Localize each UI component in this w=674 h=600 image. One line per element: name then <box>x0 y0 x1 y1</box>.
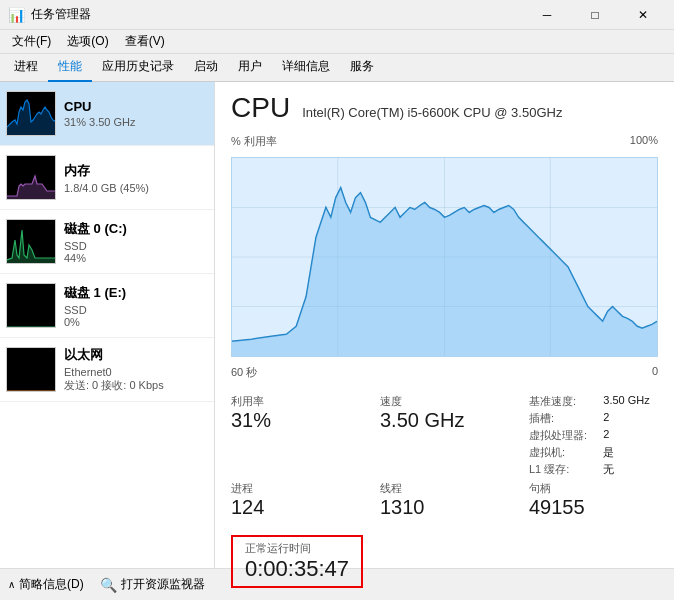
tab-details[interactable]: 详细信息 <box>272 54 340 82</box>
sidebar-item-memory[interactable]: 内存 1.8/4.0 GB (45%) <box>0 146 214 210</box>
tab-users[interactable]: 用户 <box>228 54 272 82</box>
threads-value: 1310 <box>380 496 509 519</box>
minimize-button[interactable]: ─ <box>524 0 570 30</box>
disk0-thumbnail <box>6 219 56 264</box>
uptime-box: 正常运行时间 0:00:35:47 <box>231 535 363 588</box>
close-button[interactable]: ✕ <box>620 0 666 30</box>
tab-startup[interactable]: 启动 <box>184 54 228 82</box>
right-info-grid: 基准速度: 3.50 GHz 插槽: 2 虚拟处理器: 2 虚拟机: 是 L1 … <box>529 394 658 477</box>
vproc-value: 2 <box>603 428 658 443</box>
base-speed-value: 3.50 GHz <box>603 394 658 409</box>
vm-value: 是 <box>603 445 658 460</box>
sockets-value: 2 <box>603 411 658 426</box>
chart-time-labels: 60 秒 0 <box>231 365 658 380</box>
sockets-label: 插槽: <box>529 411 595 426</box>
right-stats-col: 基准速度: 3.50 GHz 插槽: 2 虚拟处理器: 2 虚拟机: 是 L1 … <box>529 394 658 477</box>
menu-options[interactable]: 选项(O) <box>59 30 116 54</box>
panel-subtitle: Intel(R) Core(TM) i5-6600K CPU @ 3.50GHz <box>302 105 562 120</box>
cpu-thumbnail <box>6 91 56 136</box>
sidebar-item-network[interactable]: 以太网 Ethernet0 发送: 0 接收: 0 Kbps <box>0 338 214 402</box>
l1-label: L1 缓存: <box>529 462 595 477</box>
svg-rect-7 <box>7 348 56 392</box>
title-bar-left: 📊 任务管理器 <box>8 6 91 23</box>
cpu-chart <box>231 157 658 357</box>
panel-header: CPU Intel(R) Core(TM) i5-6600K CPU @ 3.5… <box>231 92 658 124</box>
network-sub1: Ethernet0 <box>64 366 208 378</box>
chevron-icon: ∧ <box>8 579 15 590</box>
speed-stat: 速度 3.50 GHz <box>380 394 509 477</box>
cpu-name: CPU <box>64 99 208 114</box>
processes-stat: 进程 124 <box>231 481 360 519</box>
menu-file[interactable]: 文件(F) <box>4 30 59 54</box>
handles-stat: 句柄 49155 <box>529 481 658 519</box>
sidebar-item-disk0[interactable]: 磁盘 0 (C:) SSD 44% <box>0 210 214 274</box>
app-icon: 📊 <box>8 7 25 23</box>
time-label-right: 0 <box>652 365 658 380</box>
network-name: 以太网 <box>64 346 208 364</box>
uptime-section: 正常运行时间 0:00:35:47 <box>231 531 658 588</box>
summary-label: 简略信息(D) <box>19 576 84 593</box>
utilization-label: 利用率 <box>231 394 360 409</box>
disk1-info: 磁盘 1 (E:) SSD 0% <box>64 284 208 328</box>
processes-label: 进程 <box>231 481 360 496</box>
monitor-label: 打开资源监视器 <box>121 576 205 593</box>
title-bar: 📊 任务管理器 ─ □ ✕ <box>0 0 674 30</box>
disk1-name: 磁盘 1 (E:) <box>64 284 208 302</box>
handles-label: 句柄 <box>529 481 658 496</box>
memory-name: 内存 <box>64 162 208 180</box>
panel-title: CPU <box>231 92 290 124</box>
vm-label: 虚拟机: <box>529 445 595 460</box>
uptime-label: 正常运行时间 <box>245 541 349 556</box>
processes-value: 124 <box>231 496 360 519</box>
tab-bar: 进程 性能 应用历史记录 启动 用户 详细信息 服务 <box>0 54 674 82</box>
menu-view[interactable]: 查看(V) <box>117 30 173 54</box>
network-sub2: 发送: 0 接收: 0 Kbps <box>64 378 208 393</box>
title-controls: ─ □ ✕ <box>524 0 666 30</box>
network-thumbnail <box>6 347 56 392</box>
summary-toggle[interactable]: ∧ 简略信息(D) <box>8 576 84 593</box>
memory-thumbnail <box>6 155 56 200</box>
main-content: CPU 31% 3.50 GHz 内存 1.8/4.0 GB (45%) <box>0 82 674 568</box>
tab-processes[interactable]: 进程 <box>4 54 48 82</box>
menu-bar: 文件(F) 选项(O) 查看(V) <box>0 30 674 54</box>
chart-label-right: 100% <box>630 134 658 149</box>
memory-info: 内存 1.8/4.0 GB (45%) <box>64 162 208 194</box>
cpu-sub: 31% 3.50 GHz <box>64 116 208 128</box>
time-label-left: 60 秒 <box>231 365 257 380</box>
tab-services[interactable]: 服务 <box>340 54 384 82</box>
disk0-sub1: SSD <box>64 240 208 252</box>
svg-rect-6 <box>7 284 56 328</box>
tab-app-history[interactable]: 应用历史记录 <box>92 54 184 82</box>
sidebar-item-cpu[interactable]: CPU 31% 3.50 GHz <box>0 82 214 146</box>
network-info: 以太网 Ethernet0 发送: 0 接收: 0 Kbps <box>64 346 208 393</box>
memory-sub: 1.8/4.0 GB (45%) <box>64 182 208 194</box>
speed-value: 3.50 GHz <box>380 409 509 432</box>
vproc-label: 虚拟处理器: <box>529 428 595 443</box>
maximize-button[interactable]: □ <box>572 0 618 30</box>
speed-label: 速度 <box>380 394 509 409</box>
handles-value: 49155 <box>529 496 658 519</box>
monitor-icon: 🔍 <box>100 577 117 593</box>
open-monitor-button[interactable]: 🔍 打开资源监视器 <box>100 576 205 593</box>
chart-labels: % 利用率 100% <box>231 134 658 149</box>
stats-left: 利用率 31% 速度 3.50 GHz 基准速度: 3.50 GHz 插槽: 2… <box>231 394 658 519</box>
threads-stat: 线程 1310 <box>380 481 509 519</box>
disk1-sub1: SSD <box>64 304 208 316</box>
disk0-sub2: 44% <box>64 252 208 264</box>
base-speed-label: 基准速度: <box>529 394 595 409</box>
disk0-name: 磁盘 0 (C:) <box>64 220 208 238</box>
utilization-value: 31% <box>231 409 360 432</box>
disk1-thumbnail <box>6 283 56 328</box>
chart-label-left: % 利用率 <box>231 134 277 149</box>
uptime-value: 0:00:35:47 <box>245 556 349 582</box>
app-title: 任务管理器 <box>31 6 91 23</box>
disk1-sub2: 0% <box>64 316 208 328</box>
utilization-stat: 利用率 31% <box>231 394 360 477</box>
tab-performance[interactable]: 性能 <box>48 54 92 82</box>
right-panel: CPU Intel(R) Core(TM) i5-6600K CPU @ 3.5… <box>215 82 674 568</box>
sidebar-item-disk1[interactable]: 磁盘 1 (E:) SSD 0% <box>0 274 214 338</box>
stats-section: 利用率 31% 速度 3.50 GHz 基准速度: 3.50 GHz 插槽: 2… <box>231 394 658 519</box>
threads-label: 线程 <box>380 481 509 496</box>
cpu-info: CPU 31% 3.50 GHz <box>64 99 208 128</box>
l1-value: 无 <box>603 462 658 477</box>
